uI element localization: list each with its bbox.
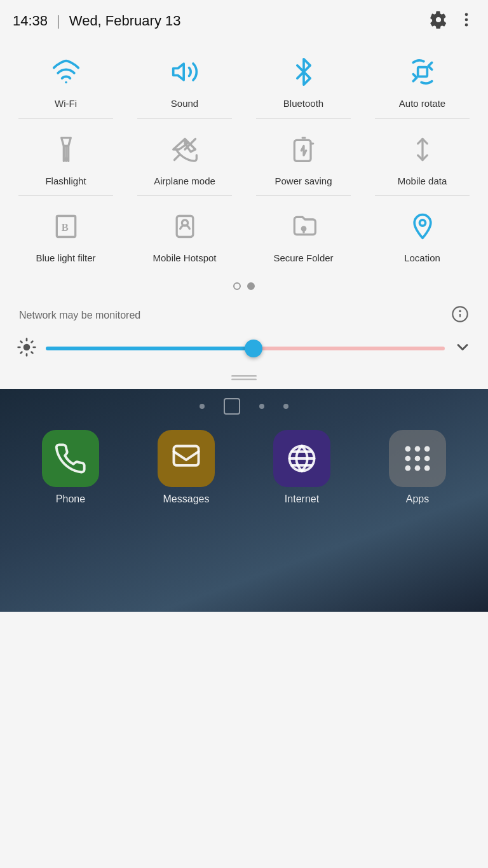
svg-rect-31 <box>231 378 257 380</box>
app-messages[interactable]: Messages <box>128 430 244 612</box>
bluetooth-tile[interactable]: Bluetooth <box>244 41 363 119</box>
internet-label: Internet <box>285 493 319 505</box>
svg-line-28 <box>21 352 22 353</box>
status-divider: | <box>57 13 60 29</box>
nav-home[interactable] <box>224 398 240 415</box>
svg-text:B: B <box>61 221 68 233</box>
mobilehotspot-tile[interactable]: Mobile Hotspot <box>125 196 244 273</box>
airplane-icon <box>166 130 204 169</box>
phone-app-icon <box>42 430 99 487</box>
svg-point-39 <box>424 446 430 451</box>
svg-line-29 <box>32 341 33 342</box>
nav-recents[interactable] <box>259 404 264 409</box>
bluetooth-icon <box>285 53 323 91</box>
location-tile[interactable]: Location <box>363 196 482 273</box>
svg-point-1 <box>465 18 468 21</box>
flashlight-icon <box>47 130 85 169</box>
location-label: Location <box>404 252 440 265</box>
messages-label: Messages <box>163 493 210 505</box>
svg-point-0 <box>465 13 468 16</box>
powersaving-icon <box>285 130 323 169</box>
app-internet[interactable]: Internet <box>244 430 360 612</box>
svg-rect-32 <box>174 446 199 465</box>
dock-apps: Phone Messages <box>0 424 488 612</box>
nav-extra[interactable] <box>283 404 288 409</box>
svg-point-3 <box>65 81 67 84</box>
wifi-tile[interactable]: Wi-Fi <box>6 41 125 119</box>
svg-point-17 <box>419 220 425 226</box>
wifi-label: Wi-Fi <box>55 97 77 110</box>
flashlight-label: Flashlight <box>45 175 86 188</box>
page-dot-1[interactable] <box>233 282 241 290</box>
mobilehotspot-icon <box>166 207 204 245</box>
apps-app-icon <box>389 430 446 487</box>
more-options-icon[interactable] <box>458 11 475 31</box>
panel-handle[interactable] <box>6 370 482 389</box>
mobiledata-icon <box>403 130 442 169</box>
mobilehotspot-label: Mobile Hotspot <box>152 252 216 265</box>
flashlight-tile[interactable]: Flashlight <box>6 119 125 196</box>
network-notice-text: Network may be monitored <box>19 310 140 321</box>
wifi-icon <box>47 53 85 91</box>
svg-marker-4 <box>173 64 184 80</box>
location-icon <box>403 207 442 245</box>
quick-tiles-row-3: B Blue light filter Mobile Hotspot <box>6 196 482 273</box>
status-right <box>430 11 475 31</box>
status-bar: 14:38 | Wed, February 13 <box>0 0 488 41</box>
internet-app-icon <box>273 430 330 487</box>
svg-point-41 <box>415 455 421 461</box>
svg-point-43 <box>405 465 411 471</box>
status-left: 14:38 | Wed, February 13 <box>13 13 180 29</box>
securefolder-tile[interactable]: Secure Folder <box>244 196 363 273</box>
sound-icon <box>166 53 204 91</box>
svg-point-45 <box>424 465 430 471</box>
svg-rect-30 <box>231 375 257 377</box>
svg-line-27 <box>32 352 33 353</box>
phone-label: Phone <box>56 493 85 505</box>
svg-rect-5 <box>417 67 427 77</box>
securefolder-label: Secure Folder <box>273 252 333 265</box>
mobiledata-label: Mobile data <box>398 175 447 188</box>
network-info-icon[interactable] <box>451 305 469 326</box>
brightness-expand-icon[interactable] <box>454 338 471 359</box>
bluelight-icon: B <box>47 207 85 245</box>
nav-back[interactable] <box>200 404 205 409</box>
autorotate-tile[interactable]: Auto rotate <box>363 41 482 119</box>
home-screen: Phone Messages <box>0 389 488 612</box>
bluelight-label: Blue light filter <box>36 252 95 265</box>
svg-line-26 <box>21 341 22 342</box>
airplane-tile[interactable]: Airplane mode <box>125 119 244 196</box>
svg-point-21 <box>24 343 30 350</box>
securefolder-icon <box>285 207 323 245</box>
svg-point-2 <box>465 23 468 26</box>
quick-tiles-row-1: Wi-Fi Sound Bluetooth <box>6 41 482 119</box>
autorotate-icon <box>403 53 442 91</box>
powersaving-tile[interactable]: Power saving <box>244 119 363 196</box>
autorotate-label: Auto rotate <box>399 97 445 110</box>
time-display: 14:38 <box>13 13 48 29</box>
app-apps[interactable]: Apps <box>360 430 475 612</box>
nav-bar <box>0 389 488 424</box>
page-dot-2[interactable] <box>247 282 255 290</box>
svg-point-40 <box>405 455 411 461</box>
sound-label: Sound <box>171 97 198 110</box>
brightness-icon <box>17 337 37 360</box>
sound-tile[interactable]: Sound <box>125 41 244 119</box>
apps-label: Apps <box>406 493 429 505</box>
mobiledata-tile[interactable]: Mobile data <box>363 119 482 196</box>
powersaving-label: Power saving <box>274 175 332 188</box>
quick-tiles-row-2: Flashlight Airplane mode <box>6 119 482 196</box>
settings-icon[interactable] <box>430 11 447 31</box>
messages-app-icon <box>158 430 215 487</box>
bluelight-tile[interactable]: B Blue light filter <box>6 196 125 273</box>
brightness-slider[interactable] <box>46 347 445 350</box>
quick-settings-panel: Wi-Fi Sound Bluetooth <box>0 41 488 389</box>
date-display: Wed, February 13 <box>69 13 181 29</box>
svg-point-42 <box>424 455 430 461</box>
airplane-label: Airplane mode <box>154 175 215 188</box>
brightness-row <box>6 332 482 370</box>
network-notice: Network may be monitored <box>6 299 482 332</box>
app-phone[interactable]: Phone <box>13 430 128 612</box>
page-indicators <box>6 273 482 299</box>
svg-point-38 <box>415 446 421 451</box>
